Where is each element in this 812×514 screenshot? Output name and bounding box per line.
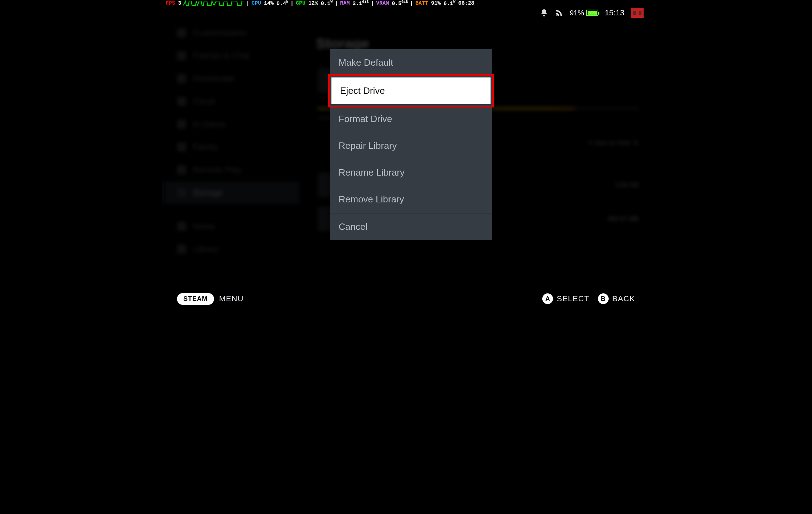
perf-cpu-watts: 0.4W bbox=[276, 0, 288, 7]
perf-overlay: FPS 3 | CPU 14% 0.4W | GPU 12% 0.1W | RA… bbox=[164, 0, 648, 6]
rss-icon[interactable] bbox=[555, 9, 563, 17]
a-button-icon: A bbox=[542, 293, 553, 304]
b-button-icon: B bbox=[598, 293, 609, 304]
battery-icon bbox=[586, 10, 598, 16]
perf-vram-value: 0.5GiB bbox=[392, 0, 408, 7]
steam-button[interactable]: STEAM bbox=[177, 293, 214, 305]
perf-batt-watts: 6.1W bbox=[443, 0, 455, 7]
perf-gpu-pct: 12% bbox=[308, 0, 318, 6]
perf-ram-label: RAM bbox=[340, 0, 350, 6]
perf-fps-label: FPS bbox=[166, 0, 175, 6]
app-icon[interactable] bbox=[631, 8, 644, 18]
highlight-annotation: Eject Drive bbox=[328, 74, 494, 107]
menu-item-eject-drive[interactable]: Eject Drive bbox=[331, 77, 491, 104]
menu-item-remove-library[interactable]: Remove Library bbox=[330, 186, 492, 213]
drive-context-menu: Make Default Eject Drive Format Drive Re… bbox=[330, 49, 492, 240]
perf-batt-pct: 91% bbox=[431, 0, 441, 6]
status-clock: 15:13 bbox=[605, 8, 624, 17]
footer: STEAM MENU A SELECT B BACK bbox=[164, 288, 648, 310]
perf-batt-label: BATT bbox=[415, 0, 428, 6]
footer-select-action[interactable]: A SELECT bbox=[542, 293, 589, 304]
perf-gpu-label: GPU bbox=[296, 0, 305, 6]
menu-item-rename-library[interactable]: Rename Library bbox=[330, 159, 492, 186]
status-battery-pct: 91% bbox=[570, 9, 584, 17]
perf-fps-value: 3 bbox=[178, 0, 181, 6]
menu-item-format-drive[interactable]: Format Drive bbox=[330, 106, 492, 132]
menu-item-cancel[interactable]: Cancel bbox=[330, 213, 492, 240]
status-bar: 91% 15:13 bbox=[540, 6, 648, 19]
footer-menu-label: MENU bbox=[219, 294, 244, 303]
perf-ram-value: 2.1GiB bbox=[352, 0, 369, 7]
perf-gpu-watts: 0.1W bbox=[321, 0, 333, 7]
menu-item-make-default[interactable]: Make Default bbox=[330, 49, 492, 76]
perf-cpu-label: CPU bbox=[252, 0, 261, 6]
footer-select-label: SELECT bbox=[557, 294, 589, 303]
footer-back-action[interactable]: B BACK bbox=[598, 293, 635, 304]
cpu-sparkline-icon bbox=[183, 0, 244, 6]
bell-icon[interactable] bbox=[540, 9, 548, 17]
footer-back-label: BACK bbox=[612, 294, 635, 303]
menu-item-repair-library[interactable]: Repair Library bbox=[330, 132, 492, 159]
perf-batt-time: 06:28 bbox=[458, 0, 474, 6]
perf-vram-label: VRAM bbox=[376, 0, 389, 6]
perf-cpu-pct: 14% bbox=[264, 0, 274, 6]
